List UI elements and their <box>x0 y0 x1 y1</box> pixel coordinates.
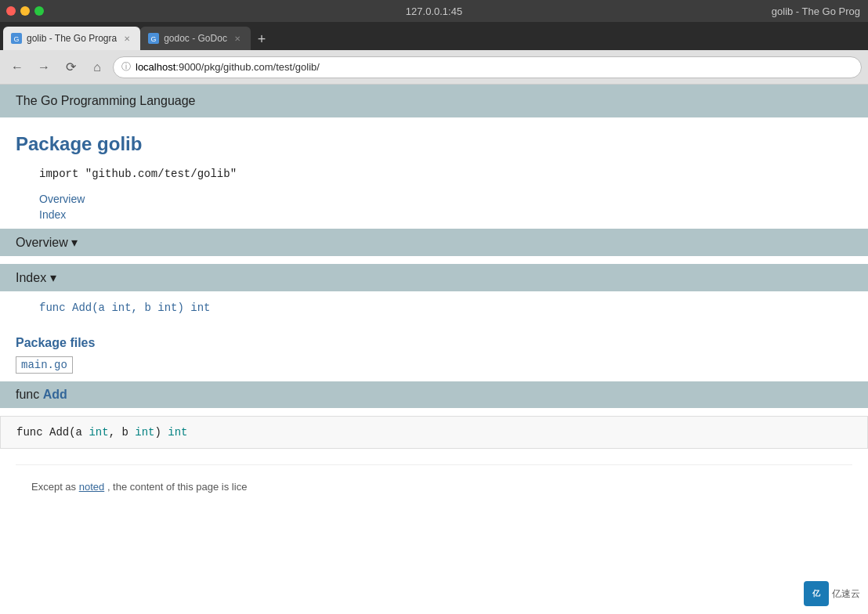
url-path: :9000/pkg/github.com/test/golib/ <box>175 61 320 73</box>
index-section-header[interactable]: Index ▾ <box>0 264 868 291</box>
new-tab-button[interactable]: + <box>251 28 273 50</box>
package-files-title: Package files <box>16 336 852 350</box>
code-mid: , b <box>109 426 136 439</box>
func-add-header[interactable]: func Add <box>0 381 868 408</box>
content-nav-links: Overview Index <box>39 193 852 221</box>
tab-golib-icon: G <box>11 33 22 44</box>
func-add-section: func Add func Add(a int, b int) int <box>0 381 868 449</box>
main-go-link[interactable]: main.go <box>16 356 73 374</box>
code-type-int3: int <box>168 426 187 439</box>
footer: Except as noted , the content of this pa… <box>16 464 852 508</box>
code-func-keyword: func Add(a <box>16 426 89 439</box>
overview-section: Overview ▾ <box>0 229 868 256</box>
page-header: The Go Programming Language <box>0 85 868 117</box>
code-post: ) <box>154 426 168 439</box>
index-section-content: func Add(a int, b int) int <box>0 291 868 323</box>
maximize-button[interactable] <box>34 6 44 16</box>
tab-godoc-close[interactable]: ✕ <box>232 33 243 44</box>
tab-godoc-icon: G <box>148 33 159 44</box>
index-func-add-link[interactable]: func Add(a int, b int) int <box>39 302 210 314</box>
func-keyword: func <box>16 388 43 401</box>
minimize-button[interactable] <box>20 6 30 16</box>
url-security-icon: ⓘ <box>121 60 131 74</box>
reload-button[interactable]: ⟳ <box>60 56 81 78</box>
url-bar[interactable]: ⓘ localhost:9000/pkg/github.com/test/gol… <box>113 56 862 78</box>
tab-golib-label: golib - The Go Progra <box>27 33 117 44</box>
main-content: Package golib import "github.com/test/go… <box>0 117 868 524</box>
title-bar-right-text: golib - The Go Prog <box>772 5 860 17</box>
url-text: localhost:9000/pkg/github.com/test/golib… <box>136 61 320 73</box>
footer-text: Except as <box>31 481 79 493</box>
back-button[interactable]: ← <box>6 56 28 78</box>
index-link[interactable]: Index <box>39 208 852 221</box>
nav-bar: ← → ⟳ ⌂ ⓘ localhost:9000/pkg/github.com/… <box>0 50 868 85</box>
svg-text:G: G <box>151 35 157 43</box>
window-controls <box>6 6 44 16</box>
package-title: Package golib <box>16 133 852 155</box>
overview-section-header[interactable]: Overview ▾ <box>0 229 868 256</box>
svg-text:G: G <box>13 35 19 43</box>
func-add-name: Add <box>43 388 67 401</box>
forward-button[interactable]: → <box>33 56 55 78</box>
close-button[interactable] <box>6 6 16 16</box>
home-button[interactable]: ⌂ <box>86 56 108 78</box>
title-bar: 127.0.0.1:45 golib - The Go Prog <box>0 0 868 22</box>
code-type-int2: int <box>135 426 154 439</box>
url-host: localhost <box>136 61 175 73</box>
overview-link[interactable]: Overview <box>39 193 852 205</box>
func-add-code: func Add(a int, b int) int <box>0 416 868 449</box>
tab-golib-close[interactable]: ✕ <box>121 33 132 44</box>
page-header-title: The Go Programming Language <box>16 94 195 107</box>
tab-golib[interactable]: G golib - The Go Progra ✕ <box>3 27 140 50</box>
footer-rest: , the content of this page is lice <box>107 481 248 493</box>
index-section: Index ▾ func Add(a int, b int) int <box>0 264 868 323</box>
tab-bar: G golib - The Go Progra ✕ G godoc - GoDo… <box>0 22 868 50</box>
footer-noted-link[interactable]: noted <box>79 481 105 493</box>
tab-godoc-label: godoc - GoDoc <box>164 33 227 44</box>
code-type-int1: int <box>89 426 108 439</box>
tab-godoc[interactable]: G godoc - GoDoc ✕ <box>140 27 251 50</box>
import-line: import "github.com/test/golib" <box>39 168 852 180</box>
window-title: 127.0.0.1:45 <box>406 5 462 17</box>
